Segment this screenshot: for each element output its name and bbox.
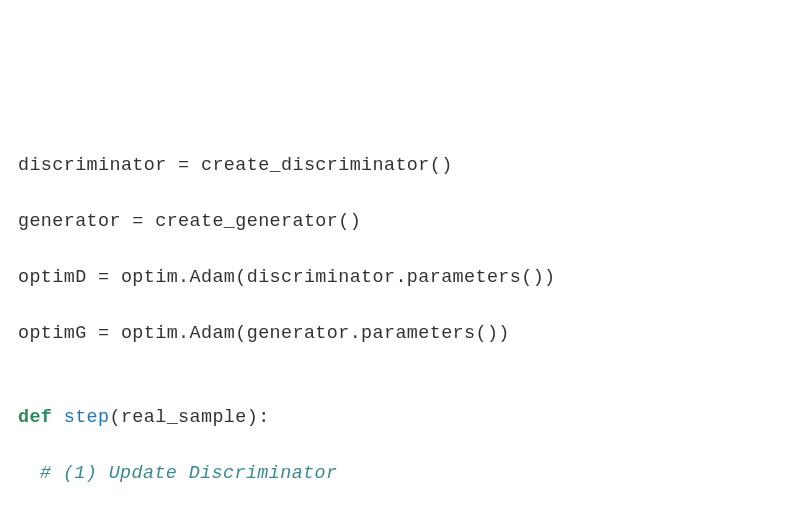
code-line: generator = create_generator() xyxy=(18,208,786,236)
code-text: (real_sample): xyxy=(110,407,270,428)
code-text: optimD = optim.Adam(discriminator.parame… xyxy=(18,267,556,288)
code-text: discriminator = create_discriminator() xyxy=(18,155,453,176)
keyword-def: def xyxy=(18,407,52,428)
code-line: optimG = optim.Adam(generator.parameters… xyxy=(18,320,786,348)
code-text: optimG = optim.Adam(generator.parameters… xyxy=(18,323,510,344)
function-name: step xyxy=(64,407,110,428)
code-line: discriminator = create_discriminator() xyxy=(18,152,786,180)
code-line: def step(real_sample): xyxy=(18,404,786,432)
comment: # (1) Update Discriminator xyxy=(40,463,337,484)
code-block: discriminator = create_discriminator() g… xyxy=(18,124,786,509)
code-line: optimD = optim.Adam(discriminator.parame… xyxy=(18,264,786,292)
code-text xyxy=(52,407,63,428)
code-line: # (1) Update Discriminator xyxy=(18,460,786,488)
code-text: generator = create_generator() xyxy=(18,211,361,232)
